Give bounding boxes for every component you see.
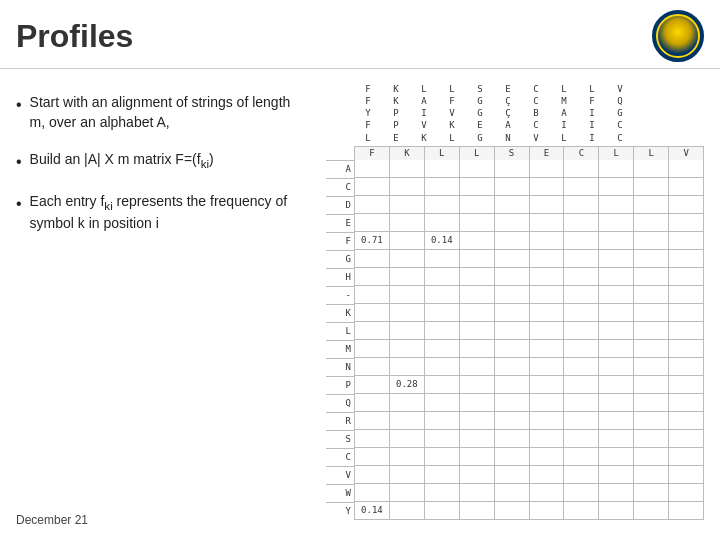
bullet-3: Each entry fki represents the frequency … — [16, 192, 306, 234]
matrix-row-G — [354, 250, 704, 268]
matrix-row-D — [354, 196, 704, 214]
row-label-S: S — [326, 430, 354, 448]
row-label-H: H — [326, 268, 354, 286]
col-header-E: E — [529, 146, 564, 160]
col-header-L2: L — [459, 146, 494, 160]
align-col-4: L F V K L — [438, 83, 466, 144]
col-header-K: K — [389, 146, 424, 160]
university-logo — [652, 10, 704, 62]
col-header-L1: L — [424, 146, 459, 160]
matrix-row-S — [354, 430, 704, 448]
matrix-row-H — [354, 268, 704, 286]
matrix-header-row: F K L L S E C L L V — [354, 146, 704, 160]
row-label-P: P — [326, 376, 354, 394]
logo-inner — [656, 14, 700, 58]
row-label-N: N — [326, 358, 354, 376]
matrix-row-A — [354, 160, 704, 178]
align-col-7: C C B C V — [522, 83, 550, 144]
matrix-panel: F F Y F L K K P P E L A I V K L — [326, 83, 704, 527]
matrix-row-Y: 0.14 — [354, 502, 704, 520]
matrix-row-R — [354, 412, 704, 430]
matrix-row-F: 0.71 0.14 — [354, 232, 704, 250]
row-label-K: K — [326, 304, 354, 322]
align-col-1: F F Y F L — [354, 83, 382, 144]
row-labels: A C D E F G H - K L M N P Q R S C V W Y — [326, 146, 354, 520]
bullet-1: Start with an alignment of strings of le… — [16, 93, 306, 132]
align-col-6: E Ç Ç A N — [494, 83, 522, 144]
align-col-5: S G G E G — [466, 83, 494, 144]
matrix-row-Q — [354, 394, 704, 412]
row-label-dash: - — [326, 286, 354, 304]
matrix-grid: F K L L S E C L L V — [354, 146, 704, 520]
col-header-F: F — [354, 146, 389, 160]
col-header-L3: L — [598, 146, 633, 160]
frequency-matrix: A C D E F G H - K L M N P Q R S C V W Y — [326, 146, 704, 520]
row-label-G: G — [326, 250, 354, 268]
row-label-M: M — [326, 340, 354, 358]
matrix-row-L — [354, 322, 704, 340]
row-label-V: V — [326, 466, 354, 484]
align-col-8: L M A I L — [550, 83, 578, 144]
page-title: Profiles — [16, 18, 133, 55]
row-label-Y: Y — [326, 502, 354, 520]
col-header-C: C — [563, 146, 598, 160]
matrix-row-dash — [354, 286, 704, 304]
bullet-2: Build an |A| X m matrix F=(fki) — [16, 150, 306, 173]
align-col-9: L F I I I — [578, 83, 606, 144]
row-label-R: R — [326, 412, 354, 430]
align-col-3: L A I V K — [410, 83, 438, 144]
col-header-L4: L — [633, 146, 668, 160]
matrix-row-P: 0.28 — [354, 376, 704, 394]
row-label-Q: Q — [326, 394, 354, 412]
row-label-C2: C — [326, 448, 354, 466]
text-panel: Start with an alignment of strings of le… — [16, 83, 326, 527]
matrix-row-E — [354, 214, 704, 232]
row-label-F: F — [326, 232, 354, 250]
matrix-row-N — [354, 358, 704, 376]
col-header-S: S — [494, 146, 529, 160]
matrix-row-K — [354, 304, 704, 322]
matrix-row-C2 — [354, 448, 704, 466]
col-header-V: V — [668, 146, 704, 160]
align-col-10: V Q G C C — [606, 83, 634, 144]
matrix-row-M — [354, 340, 704, 358]
main-content: Start with an alignment of strings of le… — [0, 69, 720, 537]
row-label-A: A — [326, 160, 354, 178]
row-label-W: W — [326, 484, 354, 502]
alignment-strings: F F Y F L K K P P E L A I V K L — [354, 83, 704, 144]
page-header: Profiles — [0, 0, 720, 69]
row-label-L: L — [326, 322, 354, 340]
matrix-row-V — [354, 466, 704, 484]
row-label-D: D — [326, 196, 354, 214]
bullet-points: Start with an alignment of strings of le… — [16, 93, 306, 251]
matrix-row-C — [354, 178, 704, 196]
row-label-E: E — [326, 214, 354, 232]
row-label-C: C — [326, 178, 354, 196]
align-col-2: K K P P E — [382, 83, 410, 144]
date-label: December 21 — [16, 503, 306, 527]
matrix-row-W — [354, 484, 704, 502]
